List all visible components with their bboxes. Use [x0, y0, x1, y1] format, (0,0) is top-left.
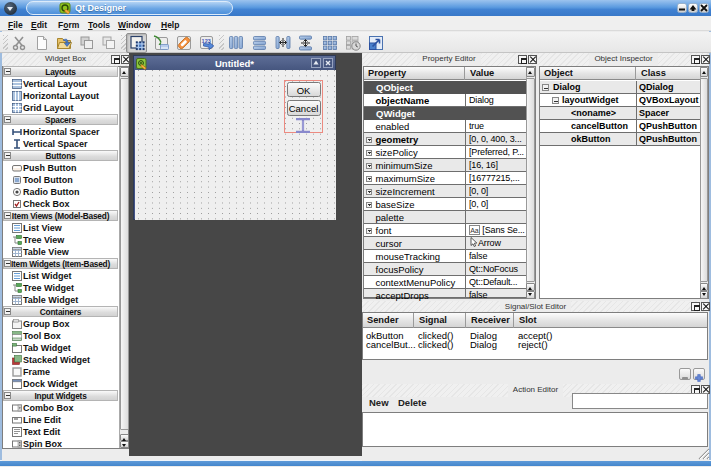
svg-text:Aa: Aa [470, 227, 479, 234]
